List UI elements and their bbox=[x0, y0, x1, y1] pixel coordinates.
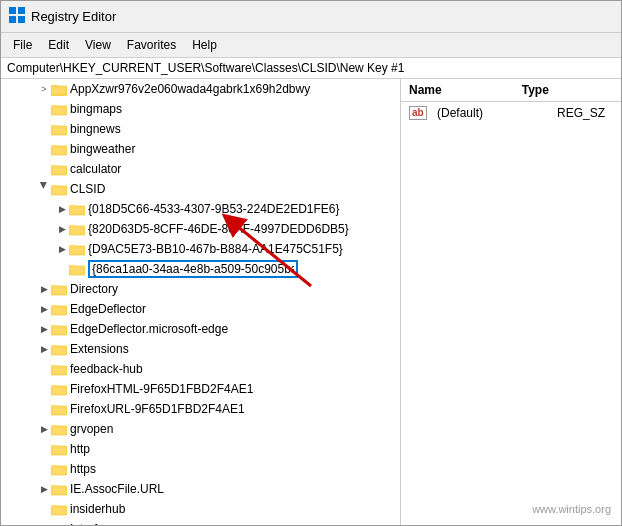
list-item[interactable]: ▶ grvopen bbox=[1, 419, 400, 439]
list-item[interactable]: ▶ {820D63D5-8CFF-46DE-86AF-4997DEDD6DB5} bbox=[1, 219, 400, 239]
menu-edit[interactable]: Edit bbox=[40, 35, 77, 55]
ab-icon: ab bbox=[409, 106, 427, 120]
list-item[interactable]: calculator bbox=[1, 159, 400, 179]
expand-icon: ▶ bbox=[55, 224, 69, 234]
menu-view[interactable]: View bbox=[77, 35, 119, 55]
list-item[interactable]: ▶ EdgeDeflector.microsoft-edge bbox=[1, 319, 400, 339]
expand-icon: ▶ bbox=[37, 424, 51, 434]
folder-icon bbox=[51, 282, 67, 296]
folder-icon bbox=[51, 522, 67, 525]
expand-icon: ▶ bbox=[37, 524, 51, 525]
folder-icon bbox=[69, 262, 85, 276]
item-label: grvopen bbox=[70, 422, 113, 436]
expand-icon: ▶ bbox=[37, 344, 51, 354]
svg-rect-48 bbox=[51, 505, 58, 508]
list-item[interactable]: ▶ CLSID bbox=[1, 179, 400, 199]
folder-icon bbox=[51, 422, 67, 436]
value-name: (Default) bbox=[437, 106, 547, 120]
expand-icon: ▶ bbox=[37, 324, 51, 334]
window-title: Registry Editor bbox=[31, 9, 116, 24]
menu-help[interactable]: Help bbox=[184, 35, 225, 55]
expand-icon: ▶ bbox=[39, 182, 49, 196]
svg-rect-30 bbox=[51, 325, 58, 328]
svg-rect-34 bbox=[51, 365, 58, 368]
list-item[interactable]: ▶ Directory bbox=[1, 279, 400, 299]
new-key-item[interactable] bbox=[1, 259, 400, 279]
folder-icon bbox=[51, 102, 67, 116]
svg-rect-0 bbox=[9, 7, 16, 14]
menu-bar: File Edit View Favorites Help bbox=[1, 33, 621, 58]
item-label: Extensions bbox=[70, 342, 129, 356]
column-type: Type bbox=[522, 83, 549, 97]
list-item[interactable]: > AppXzwr976v2e060wada4gabrk1x69h2dbwy bbox=[1, 79, 400, 99]
expand-icon: ▶ bbox=[37, 304, 51, 314]
list-item[interactable]: ▶ IE.AssocFile.URL bbox=[1, 479, 400, 499]
list-item[interactable]: bingnews bbox=[1, 119, 400, 139]
svg-rect-2 bbox=[9, 16, 16, 23]
folder-icon bbox=[51, 402, 67, 416]
svg-rect-50 bbox=[51, 525, 58, 526]
folder-icon bbox=[51, 302, 67, 316]
item-label: http bbox=[70, 442, 90, 456]
svg-rect-44 bbox=[51, 465, 58, 468]
svg-rect-10 bbox=[51, 125, 58, 128]
list-item[interactable]: https bbox=[1, 459, 400, 479]
list-item[interactable]: insiderhub bbox=[1, 499, 400, 519]
item-label: AppXzwr976v2e060wada4gabrk1x69h2dbwy bbox=[70, 82, 310, 96]
folder-icon bbox=[51, 362, 67, 376]
list-item[interactable]: bingmaps bbox=[1, 99, 400, 119]
svg-rect-26 bbox=[51, 285, 58, 288]
item-label: {820D63D5-8CFF-46DE-86AF-4997DEDD6DB5} bbox=[88, 222, 349, 236]
item-label: EdgeDeflector bbox=[70, 302, 146, 316]
folder-icon bbox=[51, 462, 67, 476]
svg-rect-1 bbox=[18, 7, 25, 14]
list-item[interactable]: bingweather bbox=[1, 139, 400, 159]
item-label: Interface bbox=[70, 522, 117, 525]
list-item[interactable]: ▶ Extensions bbox=[1, 339, 400, 359]
svg-rect-24 bbox=[69, 265, 76, 268]
svg-rect-36 bbox=[51, 385, 58, 388]
svg-rect-40 bbox=[51, 425, 58, 428]
tree-pane[interactable]: > AppXzwr976v2e060wada4gabrk1x69h2dbwy bbox=[1, 79, 401, 525]
folder-icon bbox=[69, 242, 85, 256]
list-item[interactable]: http bbox=[1, 439, 400, 459]
svg-rect-32 bbox=[51, 345, 58, 348]
list-item[interactable]: ▶ Interface bbox=[1, 519, 400, 525]
list-item[interactable]: feedback-hub bbox=[1, 359, 400, 379]
list-item[interactable]: FirefoxURL-9F65D1FBD2F4AE1 bbox=[1, 399, 400, 419]
item-label: {D9AC5E73-BB10-467b-B884-AA1E475C51F5} bbox=[88, 242, 343, 256]
list-item[interactable]: ▶ {D9AC5E73-BB10-467b-B884-AA1E475C51F5} bbox=[1, 239, 400, 259]
registry-editor-window: Registry Editor File Edit View Favorites… bbox=[0, 0, 622, 526]
svg-rect-6 bbox=[51, 86, 67, 95]
folder-icon bbox=[51, 442, 67, 456]
list-item[interactable]: ▶ EdgeDeflector bbox=[1, 299, 400, 319]
detail-header: Name Type bbox=[401, 79, 621, 102]
expand-icon: ▶ bbox=[37, 284, 51, 294]
value-type: REG_SZ bbox=[557, 106, 613, 120]
column-name: Name bbox=[409, 83, 442, 97]
svg-rect-42 bbox=[51, 445, 58, 448]
menu-file[interactable]: File bbox=[5, 35, 40, 55]
item-label: CLSID bbox=[70, 182, 105, 196]
menu-favorites[interactable]: Favorites bbox=[119, 35, 184, 55]
key-name-input[interactable] bbox=[88, 260, 298, 278]
item-label: calculator bbox=[70, 162, 121, 176]
item-label: feedback-hub bbox=[70, 362, 143, 376]
detail-pane: Name Type ab (Default) REG_SZ bbox=[401, 79, 621, 525]
item-label: https bbox=[70, 462, 96, 476]
folder-icon bbox=[69, 222, 85, 236]
detail-row[interactable]: ab (Default) REG_SZ bbox=[401, 102, 621, 124]
svg-rect-22 bbox=[69, 245, 76, 248]
expand-icon: ▶ bbox=[55, 204, 69, 214]
folder-icon bbox=[51, 482, 67, 496]
folder-icon bbox=[51, 182, 67, 196]
item-label: insiderhub bbox=[70, 502, 125, 516]
svg-rect-38 bbox=[51, 405, 58, 408]
expand-icon: ▶ bbox=[55, 244, 69, 254]
list-item[interactable]: FirefoxHTML-9F65D1FBD2F4AE1 bbox=[1, 379, 400, 399]
list-item[interactable]: ▶ {018D5C66-4533-4307-9B53-224DE2ED1FE6} bbox=[1, 199, 400, 219]
item-label: bingnews bbox=[70, 122, 121, 136]
expand-icon: > bbox=[37, 84, 51, 94]
svg-rect-12 bbox=[51, 145, 58, 148]
item-label: IE.AssocFile.URL bbox=[70, 482, 164, 496]
